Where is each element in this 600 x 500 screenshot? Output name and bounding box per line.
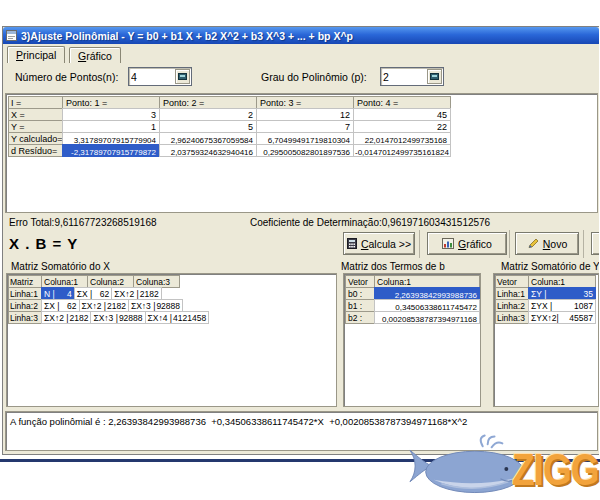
table-cell-selected[interactable]: -2,31789707915779872 xyxy=(62,144,160,157)
divider xyxy=(509,230,510,258)
tab-grafico[interactable]: Gráfico xyxy=(69,47,121,63)
desktop: 3)Ajuste Polinômial - Y = b0 + b1 X + b2… xyxy=(0,0,600,500)
matrix-x-panel: Matriz Coluna:1 Coluna:2 Coluna:3 Linha:… xyxy=(6,273,337,407)
matrix-cell[interactable]: ΣX↑3 |92888 xyxy=(90,311,145,324)
coeficiente-text: Coeficiente de Determinação:0,9619716034… xyxy=(250,217,490,228)
app-icon xyxy=(6,30,17,41)
brand-watermark: ZIGG xyxy=(512,446,598,496)
matrix-x-title: Matriz Somatório do X xyxy=(11,261,110,272)
chart-icon xyxy=(442,238,454,249)
matrix-cell[interactable]: ΣX↑2 |2182 xyxy=(41,311,91,324)
points-table: I = Ponto: 1 = Ponto: 2 = Ponto: 3 = Pon… xyxy=(8,96,451,157)
row-header: Linha:3 xyxy=(495,311,529,324)
tab-principal-label: P xyxy=(16,49,23,61)
matrix-y-grid: Vetor Coluna:1 Linha:1 ΣY |35 Linha:2 ΣY… xyxy=(495,275,596,324)
novo-button-label: Novo xyxy=(543,238,568,250)
num-pontos-input[interactable] xyxy=(131,69,175,84)
num-pontos-label: Número de Pontos(n): xyxy=(15,71,118,83)
points-table-panel: I = Ponto: 1 = Ponto: 2 = Ponto: 3 = Pon… xyxy=(5,93,598,213)
row-header: d Resíduo= xyxy=(8,144,63,157)
grau-polinomio-label: Grau do Polinômio (p): xyxy=(261,71,367,83)
num-pontos-field xyxy=(128,67,192,86)
row-header: b2 : xyxy=(345,311,375,324)
matrix-y-title: Matriz Somatório de Y xyxy=(501,261,599,272)
pen-icon xyxy=(527,238,539,249)
app-window: 3)Ajuste Polinômial - Y = b0 + b1 X + b2… xyxy=(2,26,599,455)
function-output-text: A função polinômial é : 2,26393842993988… xyxy=(10,416,467,427)
titlebar[interactable]: 3)Ajuste Polinômial - Y = b0 + b1 X + b2… xyxy=(3,27,599,44)
matrix-cell[interactable]: 0,00208538787394971168 xyxy=(374,311,480,324)
tab-bar: Principal Gráfico xyxy=(3,45,599,63)
matrix-cell[interactable]: ΣX↑4 |4121458 xyxy=(145,311,210,324)
window-title: 3)Ajuste Polinômial - Y = b0 + b1 X + b2… xyxy=(21,30,353,42)
calcula-button-label: Calcula >> xyxy=(361,238,411,250)
tab-principal-label-rest: rincipal xyxy=(23,49,56,61)
erro-total-text: Erro Total:9,61167723268519168 xyxy=(9,217,157,228)
tab-principal[interactable]: Principal xyxy=(7,46,65,63)
calcula-button[interactable]: Calcula >> xyxy=(343,232,415,255)
table-row-residuo: d Resíduo= -2,31789707915779872 2,037593… xyxy=(8,144,451,157)
grau-polinomio-keypad-button[interactable] xyxy=(427,69,442,84)
exit-button[interactable] xyxy=(591,232,599,255)
keypad-icon xyxy=(178,73,187,80)
equation-heading: X . B = Y xyxy=(9,235,78,252)
keypad-icon xyxy=(430,73,439,80)
tab-grafico-label: G xyxy=(78,50,86,62)
divider xyxy=(419,230,420,258)
grau-polinomio-field xyxy=(380,67,444,86)
divider xyxy=(583,230,584,258)
calculator-icon xyxy=(347,238,357,249)
matrix-cell[interactable]: ΣYX↑2|45587 xyxy=(528,311,596,324)
matrix-b-grid: Vetor Coluna:1 b0 : 2,26393842993988736 … xyxy=(345,275,480,324)
matrix-y-panel: Vetor Coluna:1 Linha:1 ΣY |35 Linha:2 ΣY… xyxy=(493,273,599,407)
grau-polinomio-input[interactable] xyxy=(383,69,427,84)
matrix-b-panel: Vetor Coluna:1 b0 : 2,26393842993988736 … xyxy=(343,273,481,407)
table-cell[interactable]: 2,03759324632940416 xyxy=(159,144,257,157)
table-cell[interactable]: 0,295005082801897536 xyxy=(256,144,354,157)
novo-button[interactable]: Novo xyxy=(515,232,579,255)
row-header: Linha:3 xyxy=(8,311,42,324)
table-cell[interactable]: -0,0147012499735161824 xyxy=(353,144,451,157)
whale-icon xyxy=(408,434,526,498)
matrix-x-grid: Matriz Coluna:1 Coluna:2 Coluna:3 Linha:… xyxy=(8,275,209,324)
num-pontos-keypad-button[interactable] xyxy=(175,69,190,84)
tab-grafico-label-rest: ráfico xyxy=(86,50,112,62)
grafico-button[interactable]: Gráfico xyxy=(427,232,507,255)
grafico-button-label: Gráfico xyxy=(458,238,492,250)
matrix-b-title: Matriz dos Termos de b xyxy=(341,261,445,272)
